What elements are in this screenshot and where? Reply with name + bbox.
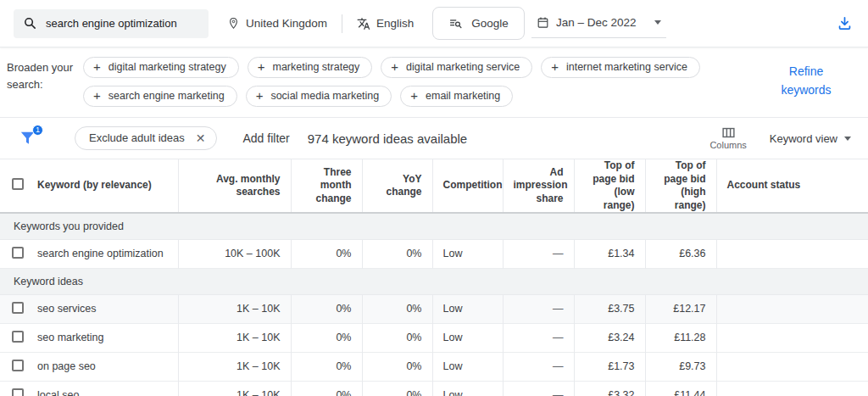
avg-monthly-searches-cell: 1K – 10K (178, 381, 291, 396)
row-checkbox[interactable] (12, 360, 24, 371)
columns-button[interactable]: Columns (709, 126, 746, 150)
section-header-row: Keyword ideas (0, 268, 868, 294)
translate-icon (357, 17, 370, 31)
plus-icon: + (410, 91, 418, 101)
account-status-cell (716, 239, 868, 268)
row-checkbox[interactable] (12, 247, 24, 259)
row-checkbox[interactable] (12, 388, 24, 396)
keyword-cell: seo marketing (32, 323, 178, 352)
col-header-competition[interactable]: Competition (432, 159, 503, 214)
col-header-top-bid-low[interactable]: Top of page bid (low range) (574, 159, 645, 214)
chevron-down-icon (654, 20, 661, 25)
competition-cell: Low (432, 294, 503, 323)
exclude-chip-label: Exclude adult ideas (89, 131, 185, 144)
filter-button[interactable]: 1 (18, 128, 39, 149)
broaden-chip-label: social media marketing (270, 90, 379, 102)
broaden-chip[interactable]: +email marketing (400, 86, 513, 107)
select-all-checkbox[interactable] (12, 178, 24, 190)
three-month-change-cell: 0% (291, 323, 362, 352)
keyword-cell: seo services (32, 294, 178, 323)
plus-icon: + (256, 91, 264, 101)
top-bid-high-cell: £12.17 (645, 294, 716, 323)
view-label: Keyword view (770, 132, 837, 145)
broaden-chip[interactable]: +marketing strategy (248, 57, 373, 78)
ad-impression-share-cell: — (503, 352, 574, 381)
keyword-view-dropdown[interactable]: Keyword view (770, 132, 851, 145)
avg-monthly-searches-cell: 1K – 10K (178, 294, 291, 323)
account-status-cell (716, 352, 868, 381)
close-icon[interactable]: ✕ (196, 132, 206, 144)
col-header-keyword[interactable]: Keyword (by relevance) (32, 159, 178, 214)
col-header-account-status[interactable]: Account status (716, 159, 868, 214)
network-label: Google (471, 17, 509, 30)
account-status-cell (716, 381, 868, 396)
add-filter-button[interactable]: Add filter (242, 131, 289, 145)
col-header-avg-monthly-searches[interactable]: Avg. monthly searches (178, 159, 291, 214)
broaden-chip-label: email marketing (426, 90, 500, 102)
section-label: Keyword ideas (0, 268, 868, 294)
row-checkbox[interactable] (12, 302, 24, 314)
yoy-change-cell: 0% (362, 294, 432, 323)
broaden-chip[interactable]: +digital marketing strategy (83, 57, 239, 78)
ad-impression-share-cell: — (503, 323, 574, 352)
columns-label: Columns (709, 140, 746, 150)
table-row: seo services1K – 10K0%0%Low—£3.75£12.17 (0, 294, 868, 323)
three-month-change-cell: 0% (291, 352, 362, 381)
ad-impression-share-cell: — (503, 239, 574, 268)
section-header-row: Keywords you provided (0, 213, 868, 239)
yoy-change-cell: 0% (362, 239, 432, 268)
col-header-three-month-change[interactable]: Three month change (291, 159, 362, 214)
network-selector[interactable]: Google (432, 7, 525, 40)
table-row: on page seo1K – 10K0%0%Low—£1.73£9.73 (0, 352, 868, 381)
yoy-change-cell: 0% (362, 323, 432, 352)
keyword-cell: search engine optimization (32, 239, 178, 268)
top-bid-low-cell: £3.24 (574, 323, 645, 352)
top-bid-high-cell: £11.44 (645, 381, 716, 396)
keyword-search-box[interactable] (14, 9, 209, 38)
competition-cell: Low (432, 239, 503, 268)
search-input[interactable] (46, 17, 199, 30)
col-header-yoy-change[interactable]: YoY change (362, 159, 432, 214)
location-label: United Kingdom (246, 17, 327, 30)
top-bid-high-cell: £9.73 (645, 352, 716, 381)
top-bid-high-cell: £6.36 (645, 239, 716, 268)
yoy-change-cell: 0% (362, 381, 432, 396)
suggestion-chips: +digital marketing strategy+marketing st… (83, 57, 746, 107)
broaden-chip[interactable]: +social media marketing (246, 86, 392, 107)
col-header-top-bid-high[interactable]: Top of page bid (high range) (645, 159, 716, 214)
keyword-table: Keyword (by relevance) Avg. monthly sear… (0, 159, 868, 396)
download-button[interactable] (837, 15, 853, 31)
row-checkbox[interactable] (12, 331, 24, 343)
table-row: seo marketing1K – 10K0%0%Low—£3.24£11.28 (0, 323, 868, 352)
top-bid-low-cell: £1.34 (574, 239, 645, 268)
broaden-chip[interactable]: +internet marketing service (541, 57, 700, 78)
topbar: United Kingdom English Google Jan – Dec … (0, 0, 868, 47)
chevron-down-icon (844, 137, 851, 141)
location-selector[interactable]: United Kingdom (227, 17, 327, 30)
competition-cell: Low (432, 381, 503, 396)
refine-keywords-button[interactable]: Refine keywords (771, 57, 841, 99)
account-status-cell (716, 294, 868, 323)
language-selector[interactable]: English (357, 17, 414, 31)
download-icon (837, 15, 853, 31)
table-row: local seo1K – 10K0%0%Low—£3.32£11.44 (0, 381, 868, 396)
search-icon (23, 16, 37, 31)
language-label: English (376, 17, 414, 30)
topbar-divider (342, 14, 342, 33)
filter-count-badge: 1 (32, 125, 43, 136)
keyword-cell: on page seo (32, 352, 178, 381)
keyword-ideas-count: 974 keyword ideas available (308, 131, 467, 146)
top-bid-low-cell: £1.73 (574, 352, 645, 381)
date-range-selector[interactable]: Jan – Dec 2022 (531, 8, 667, 38)
broaden-chip[interactable]: +search engine marketing (83, 86, 237, 107)
avg-monthly-searches-cell: 1K – 10K (178, 352, 291, 381)
search-network-icon (448, 16, 463, 31)
broaden-chip[interactable]: +digital marketing service (381, 57, 532, 78)
exclude-adult-ideas-chip[interactable]: Exclude adult ideas ✕ (75, 126, 217, 150)
plus-icon: + (93, 62, 101, 72)
col-header-ad-impression-share[interactable]: Ad impression share (503, 159, 574, 214)
filter-bar: 1 Exclude adult ideas ✕ Add filter 974 k… (0, 118, 868, 159)
competition-cell: Low (432, 352, 503, 381)
competition-cell: Low (432, 323, 503, 352)
three-month-change-cell: 0% (291, 239, 362, 268)
